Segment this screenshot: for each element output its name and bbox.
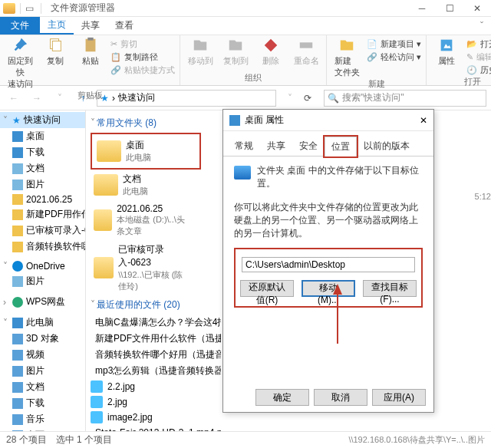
app-icon [3,3,15,14]
dropdown-button[interactable]: ˅ [281,89,299,107]
find-target-button[interactable]: 查找目标(F)... [363,280,417,297]
status-selection: 选中 1 个项目 [56,433,112,446]
status-bar: 28 个项目 选中 1 个项目 \\192.168.0.168\待盘共享\Y=.… [0,431,491,448]
pin-quick-access-button[interactable]: 固定到快 速访问 [5,37,35,90]
file-row[interactable]: 新建PDF文件用什么软件（迅捷PDF… [91,331,221,347]
sidebar-item-folder[interactable]: 已审核可录入-0 [0,222,85,239]
tab-view[interactable]: 查看 [107,17,141,35]
sidebar-item-folder[interactable]: 2021.06.25 [0,193,85,206]
dialog-tab-sharing[interactable]: 共享 [260,136,292,156]
copyto-icon [227,37,244,54]
maximize-button[interactable]: ☐ [436,0,463,17]
dialog-close-button[interactable]: ✕ [420,115,427,126]
sidebar-quick-access[interactable]: ˅★ 快速访问 [0,112,85,128]
dialog-tab-general[interactable]: 常规 [228,136,260,156]
forward-button[interactable]: → [28,89,46,107]
new-folder-icon [338,37,355,54]
move-button[interactable]: 移动(M)... [302,280,355,297]
sidebar-item-documents[interactable]: 文档 [0,379,85,395]
open-button[interactable]: 📂 打开 ▾ [466,38,491,50]
history-button[interactable]: 🕘 历史记录 [466,64,491,76]
cancel-button[interactable]: 取消 [314,389,367,406]
new-item-button[interactable]: 📄 新建项目 ▾ [367,38,421,50]
ribbon-collapse-button[interactable]: ˇ [473,17,491,35]
svg-rect-3 [87,38,93,41]
qat-props-icon[interactable]: ▭ [25,3,36,14]
properties-button[interactable]: 属性 [431,37,462,67]
sidebar-item-3dobjects[interactable]: 3D 对象 [0,331,85,347]
dialog-tab-location[interactable]: 位置 [325,137,357,156]
sidebar-item-pictures[interactable]: 图片 [0,176,85,193]
dialog-tab-security[interactable]: 安全 [292,136,325,156]
paste-button[interactable]: 粘贴 [75,37,106,67]
sidebar-item-downloads[interactable]: 下载 [0,395,85,411]
delete-button[interactable]: 删除 [255,37,286,67]
ribbon: 固定到快 速访问 复制 粘贴 ✂ 剪切 📋 复制路径 🔗 粘贴快捷方式 剪贴板 … [0,35,491,86]
location-path-input[interactable] [242,257,415,272]
sidebar-item-videos[interactable]: 视频 [0,347,85,363]
copy-to-button[interactable]: 复制到 [220,37,251,67]
rename-button[interactable]: 重命名 [291,37,321,67]
title-bar: ▭ 文件资源管理器 ─ ☐ ✕ [0,0,491,17]
sidebar-item-pictures[interactable]: 图片 [0,363,85,379]
folder-tile[interactable]: 桌面此电脑 [94,136,193,166]
address-bar: ← → ˅ ↑ ★ › 快速访问 ˅ ⟳ 🔍 搜索"快速访问" [0,86,491,110]
edit-button[interactable]: ✎ 编辑 [466,51,491,63]
ribbon-tabs: 文件 主页 共享 查看 ˇ [0,17,491,35]
up-button[interactable]: ↑ [74,89,92,107]
sidebar: ˅★ 快速访问 桌面 下载 文档 图片 2021.06.25 新建PDF用作什么… [0,110,86,436]
tab-file[interactable]: 文件 [0,17,40,35]
file-row[interactable]: 2.2.jpg [91,379,221,394]
restore-default-button[interactable]: 还原默认值(R) [240,280,294,297]
apply-button[interactable]: 应用(A) [372,389,426,406]
file-row[interactable]: 电脑C盘爆满怎么办？学会这4招，轻… [91,315,221,331]
search-input[interactable]: 🔍 搜索"快速访问" [324,90,486,107]
file-row[interactable]: mp3怎么剪辑（迅捷音频转换器）… [91,363,221,379]
folder-tile[interactable]: 2021.06.25本地磁盘 (D:)\..\头条文章 [91,200,190,240]
file-row[interactable]: image2.jpg [91,410,221,425]
move-to-button[interactable]: 移动到 [185,37,216,67]
paste-icon [82,37,99,54]
close-button[interactable]: ✕ [463,0,491,17]
copy-path-button[interactable]: 📋 复制路径 [110,51,175,63]
folder-tile[interactable]: 已审核可录入-0623\\192..\已审核 (陈佳玲) [91,240,190,295]
breadcrumb[interactable]: ★ › 快速访问 [97,90,276,107]
paste-shortcut-button[interactable]: 🔗 粘贴快捷方式 [110,64,175,76]
tab-share[interactable]: 共享 [74,17,107,35]
sidebar-item-documents[interactable]: 文档 [0,160,85,176]
sidebar-item-folder[interactable]: 新建PDF用作什么 [0,206,85,222]
truncated-timestamp: 5:12 [475,192,491,201]
sidebar-onedrive[interactable]: ˅OneDrive [0,259,85,273]
cut-button[interactable]: ✂ 剪切 [110,38,175,50]
copy-button[interactable]: 复制 [40,37,71,67]
new-folder-button[interactable]: 新建 文件夹 [331,37,362,78]
tab-home[interactable]: 主页 [40,17,74,35]
dialog-title-bar[interactable]: 桌面 属性 ✕ [223,110,433,131]
properties-icon [438,37,455,54]
recent-dropdown[interactable]: ˅ [51,89,69,107]
sidebar-item-downloads[interactable]: 下载 [0,144,85,160]
sidebar-item-folder[interactable]: 音频转换软件哪个好 [0,239,85,255]
selected-folder-highlight: 桌面此电脑 [91,133,201,170]
back-button[interactable]: ← [5,89,23,107]
file-row[interactable]: 音频转换软件哪个好用（迅捷音频转… [91,347,221,363]
ok-button[interactable]: 确定 [255,389,309,406]
dialog-note: 你可以将此文件夹中文件存储的位置更改为此硬盘上的另一个位置、另一个驱动器或网络上… [234,201,423,240]
folder-tile[interactable]: 文档此电脑 [91,170,190,200]
file-row[interactable]: 2.jpg [91,394,221,410]
refresh-button[interactable]: ⟳ [304,93,319,104]
status-path: \\192.168.0.168\待盘共享\Y=..\..图片 [348,434,485,446]
dialog-title: 桌面 属性 [245,114,284,127]
minimize-button[interactable]: ─ [408,0,436,17]
search-icon: 🔍 [328,93,339,104]
dialog-tab-previous[interactable]: 以前的版本 [357,136,417,156]
svg-rect-2 [86,39,96,52]
breadcrumb-item[interactable]: 快速访问 [118,91,155,104]
sidebar-wps[interactable]: ›WPS网盘 [0,294,85,310]
sidebar-item-pictures[interactable]: 图片 [0,273,85,289]
easy-access-button[interactable]: 🔗 轻松访问 ▾ [367,51,421,63]
sidebar-item-desktop[interactable]: 桌面 [0,128,85,144]
window-title: 文件资源管理器 [51,2,115,15]
sidebar-item-music[interactable]: 音乐 [0,411,85,427]
sidebar-this-pc[interactable]: ˅此电脑 [0,315,85,331]
